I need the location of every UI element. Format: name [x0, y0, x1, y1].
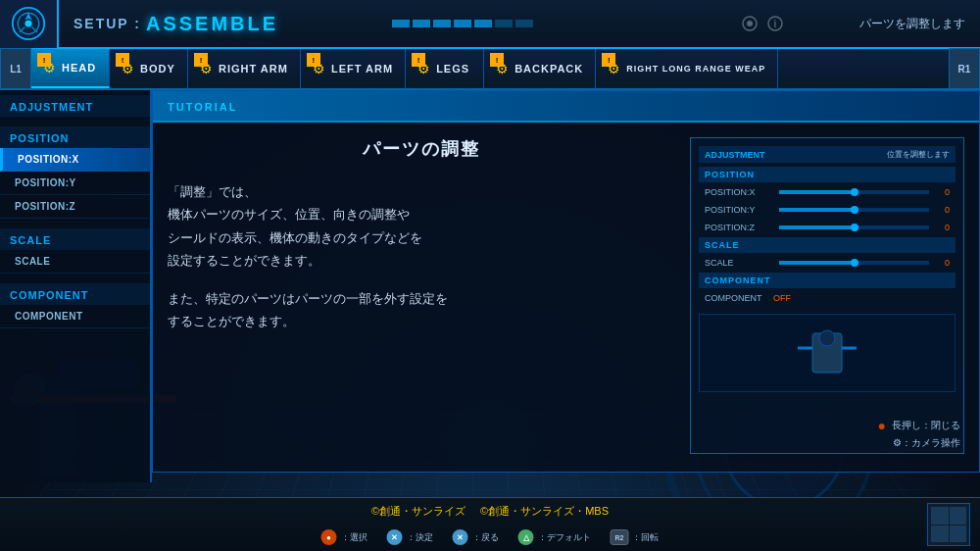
camera-hint-area: ⚙：カメラ操作: [893, 432, 960, 450]
setup-label: SETUP :: [74, 16, 141, 31]
prog-dot-3: [433, 20, 451, 27]
tab-body-label: BODY: [140, 63, 175, 75]
tab-body[interactable]: ! ⚙ BODY: [110, 49, 188, 88]
mini-ui-preview: ADJUSTMENT 位置を調整します POSITION POSITION:X …: [690, 137, 964, 454]
sidebar-item-position-z[interactable]: POSITION:Z: [0, 195, 150, 219]
tab-legs-alert: !: [412, 53, 425, 67]
close-hint-label: 長押し：閉じる: [892, 419, 960, 432]
mini-ui-header: ADJUSTMENT 位置を調整します: [699, 146, 956, 163]
mini-ui-row-component: COMPONENT OFF: [699, 290, 956, 306]
tab-body-alert: !: [116, 53, 129, 67]
tab-left-arm[interactable]: ! ⚙ LEFT ARM: [301, 49, 406, 88]
thumb-1: [931, 507, 949, 525]
bottom-controls: ● ：選択 ✕ ：決定 ✕ ：戻る △ ：デフォルト R2 ：回転: [321, 529, 660, 545]
mini-ui-header-right: 位置を調整します: [887, 149, 950, 160]
top-right-hint: パーツを調整します: [859, 16, 965, 32]
r2-button: R2: [611, 529, 629, 545]
svg-point-12: [747, 21, 753, 26]
tutorial-header-label: TUTORIAL: [168, 101, 237, 113]
thumb-3: [931, 526, 949, 543]
tab-right-long-label: RIGHT LONG RANGE WEAP: [626, 64, 765, 74]
tab-legs-label: LEGS: [436, 63, 469, 75]
prog-dot-5: [474, 20, 492, 27]
tab-right-arm-alert: !: [194, 53, 208, 67]
sidebar: ADJUSTMENT POSITION POSITION:X POSITION:…: [0, 90, 152, 482]
thumb-2: [950, 507, 967, 525]
assemble-label: ASSEMBLE: [146, 13, 278, 35]
mini-ui-row-px: POSITION:X 0: [699, 184, 956, 200]
mini-ui-section-component: COMPONENT: [699, 273, 956, 288]
tab-backpack-alert: !: [490, 53, 504, 67]
ctrl-select-label: ：選択: [341, 531, 368, 544]
svg-point-10: [24, 20, 31, 26]
info-icon: i: [766, 15, 784, 32]
sidebar-title-component: COMPONENT: [0, 283, 150, 305]
ctrl-back-label: ：戻る: [472, 531, 499, 544]
ctrl-default: △ ：デフォルト: [518, 529, 591, 545]
prog-dot-7: [515, 20, 533, 27]
sidebar-item-position-y[interactable]: POSITION:Y: [0, 172, 150, 195]
tab-right-long-alert: !: [602, 53, 615, 67]
progress-bar: [392, 20, 533, 27]
copyright-2: ©創通・サンライズ・MBS: [480, 504, 609, 519]
ctrl-select: ● ：選択: [321, 529, 368, 545]
tutorial-paragraph-2: また、特定のパーツはパーツの一部を外す設定をすることができます。: [168, 287, 675, 333]
close-circle-icon: ●: [878, 418, 886, 433]
copyright-area: ©創通・サンライズ ©創通・サンライズ・MBS: [371, 504, 609, 519]
ctrl-rotate: R2 ：回転: [611, 529, 660, 545]
prog-dot-2: [413, 20, 430, 27]
thumbnail-grid: [927, 503, 970, 546]
sidebar-section-component: COMPONENT COMPONENT: [0, 278, 150, 333]
preview-svg: [778, 324, 876, 382]
tab-left-arm-label: LEFT ARM: [331, 63, 393, 75]
mini-ui-header-label: ADJUSTMENT: [705, 150, 765, 160]
thumb-4: [950, 526, 967, 543]
tab-right-long[interactable]: ! ⚙ RIGHT LONG RANGE WEAP: [596, 49, 778, 88]
sidebar-section-adjustment: ADJUSTMENT: [0, 90, 150, 122]
l1-button[interactable]: L1: [0, 48, 31, 89]
mini-ui-section-scale: SCALE: [699, 237, 956, 253]
mini-ui-preview-area: [699, 314, 956, 392]
tutorial-paragraph-1: 「調整」では、機体パーツのサイズ、位置、向きの調整やシールドの表示、機体の動きの…: [168, 180, 675, 273]
sidebar-title-adjustment: ADJUSTMENT: [0, 95, 150, 117]
svg-text:i: i: [774, 19, 777, 29]
circle-button: ●: [321, 529, 337, 545]
r1-button[interactable]: R1: [949, 48, 980, 89]
sidebar-section-position: POSITION POSITION:X POSITION:Y POSITION:…: [0, 122, 150, 224]
cross-button-confirm: ✕: [387, 529, 403, 545]
ctrl-back: ✕ ：戻る: [453, 529, 499, 545]
bottom-bar: ©創通・サンライズ ©創通・サンライズ・MBS ● ：選択 ✕ ：決定 ✕ ：戻…: [0, 497, 980, 551]
prog-dot-1: [392, 20, 410, 27]
top-bar: SETUP : ASSEMBLE i パーツを調整します: [0, 0, 980, 49]
tab-backpack-label: BACKPACK: [514, 63, 583, 75]
sidebar-item-scale[interactable]: SCALE: [0, 250, 150, 274]
tab-head-alert: !: [37, 53, 51, 67]
ctrl-rotate-label: ：回転: [632, 531, 659, 544]
mini-ui-row-pz: POSITION:Z 0: [699, 220, 956, 235]
logo-area: [0, 0, 59, 48]
tab-head-label: HEAD: [62, 62, 96, 74]
svg-point-16: [819, 330, 835, 346]
cross-button-back: ✕: [453, 529, 468, 545]
nav-tabs: ! ⚙ HEAD ! ⚙ BODY ! ⚙ RIGHT ARM ! ⚙ LEFT…: [31, 49, 949, 88]
mini-ui-row-py: POSITION:Y 0: [699, 202, 956, 218]
title-area: SETUP : ASSEMBLE: [59, 13, 278, 35]
tutorial-title: パーツの調整: [168, 137, 675, 161]
tutorial-body: パーツの調整 「調整」では、機体パーツのサイズ、位置、向きの調整やシールドの表示…: [153, 123, 979, 469]
tab-legs[interactable]: ! ⚙ LEGS: [406, 49, 484, 88]
tab-right-arm[interactable]: ! ⚙ RIGHT ARM: [188, 49, 301, 88]
sidebar-item-component[interactable]: COMPONENT: [0, 305, 150, 328]
sidebar-item-position-x[interactable]: POSITION:X: [0, 148, 150, 172]
ctrl-confirm-label: ：決定: [407, 531, 433, 544]
mini-ui-section-position: POSITION: [699, 167, 956, 182]
tab-backpack[interactable]: ! ⚙ BACKPACK: [484, 49, 596, 88]
tab-head[interactable]: ! ⚙ HEAD: [31, 49, 110, 88]
camera-hint-label: ⚙：カメラ操作: [893, 437, 960, 448]
mini-ui-row-scale: SCALE 0: [699, 255, 956, 271]
top-icons: i: [741, 15, 784, 32]
sidebar-title-scale: SCALE: [0, 228, 150, 250]
prog-dot-6: [495, 20, 513, 27]
tab-right-arm-label: RIGHT ARM: [219, 63, 288, 75]
copyright-1: ©創通・サンライズ: [371, 504, 466, 519]
tab-left-arm-alert: !: [307, 53, 320, 67]
